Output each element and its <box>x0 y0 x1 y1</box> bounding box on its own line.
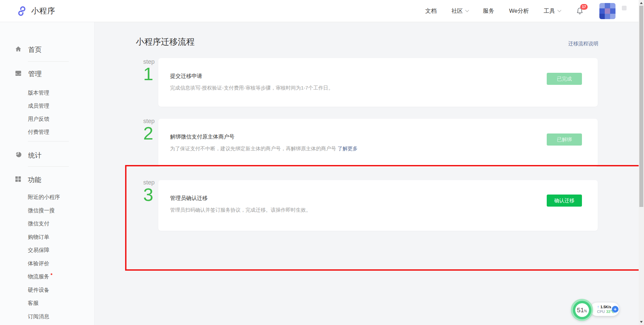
sidebar-item-customer-service[interactable]: 客服 <box>0 299 94 308</box>
top-nav: 文档 社区 服务 We分析 工具 17 <box>411 3 627 19</box>
sidebar-item-trade-guarantee[interactable]: 交易保障 <box>0 246 94 255</box>
learn-more-link[interactable]: 了解更多 <box>337 146 358 151</box>
step-2-desc: 为了保证支付不中断，建议先绑定新主体的商户号，再解绑原主体的商户号 了解更多 <box>170 146 598 152</box>
step-1-desc: 完成信息填写-授权验证-支付费用-审核等步骤，审核时间为1-7个工作日。 <box>170 85 598 91</box>
step-1-card: 提交迁移申请 完成信息填写-授权验证-支付费用-审核等步骤，审核时间为1-7个工… <box>158 58 598 107</box>
notifications-button[interactable]: 17 <box>576 7 584 15</box>
sidebar-item-hardware[interactable]: 硬件设备 <box>0 285 94 295</box>
sidebar-item-member-manage[interactable]: 成员管理 <box>0 101 94 111</box>
gauge-core: 51 % <box>575 303 589 317</box>
top-header: 小程序 文档 社区 服务 We分析 工具 17 <box>0 0 639 22</box>
red-dot-badge <box>51 273 52 275</box>
sidebar-item-subscribe-message[interactable]: 订阅消息 <box>0 312 94 321</box>
notification-badge: 17 <box>580 4 588 10</box>
step-1-title: 提交迁移申请 <box>170 73 598 80</box>
avatar-mini-square <box>622 6 627 10</box>
nav-item-tools[interactable]: 工具 <box>544 7 560 15</box>
step-3-card: 管理员确认迁移 管理员扫码确认并签订服务协议，完成迁移。该操作即时生效。 确认迁… <box>158 180 598 231</box>
gauge-percent-value: 51 <box>577 307 584 313</box>
app-logo[interactable]: 小程序 <box>16 5 55 17</box>
sidebar-divider <box>28 166 69 167</box>
step-2-title: 解绑微信支付原主体商户号 <box>170 133 598 141</box>
sidebar: 首页 管理 版本管理 成员管理 用户反馈 付费管理 统计 功能 附近的小程序 微… <box>0 22 95 325</box>
home-icon <box>15 46 21 53</box>
migration-help-link[interactable]: 迁移流程说明 <box>568 41 598 47</box>
sidebar-item-home[interactable]: 首页 <box>0 45 94 54</box>
sidebar-item-shopping-orders[interactable]: 购物订单 <box>0 232 94 242</box>
scrollbar-down-icon[interactable] <box>640 321 643 323</box>
gauge-percent-unit: % <box>584 309 587 313</box>
vertical-scrollbar <box>639 0 644 325</box>
step-2-card: 解绑微信支付原主体商户号 为了保证支付不中断，建议先绑定新主体的商户号，再解绑原… <box>158 119 598 167</box>
chevron-down-icon <box>465 8 469 12</box>
confirm-migration-button[interactable]: 确认迁移 <box>547 195 582 207</box>
sidebar-item-logistics[interactable]: 物流服务 <box>0 272 94 281</box>
bell-icon <box>576 10 584 16</box>
gauge-ring: 51 % <box>573 301 591 319</box>
logo-text: 小程序 <box>31 6 55 16</box>
sidebar-item-wechat-pay[interactable]: 微信支付 <box>0 219 94 228</box>
sidebar-item-paid-manage[interactable]: 付费管理 <box>0 127 94 137</box>
sidebar-item-version-manage[interactable]: 版本管理 <box>0 88 94 98</box>
scrollbar-thumb[interactable] <box>639 6 643 207</box>
avatar[interactable] <box>599 3 615 19</box>
sidebar-divider <box>28 61 69 62</box>
upload-arrow-icon: ↑ <box>597 305 599 309</box>
sidebar-divider <box>28 141 69 142</box>
net-speed-value: 1.5K/s <box>600 305 611 309</box>
sidebar-item-user-feedback[interactable]: 用户反馈 <box>0 114 94 124</box>
sidebar-item-experience-rating[interactable]: 体验评价 <box>0 259 94 268</box>
step-2-status-button: 已解绑 <box>547 133 582 146</box>
cpu-label: CPU <box>597 310 605 314</box>
sidebar-item-features[interactable]: 功能 <box>0 175 94 184</box>
miniprogram-logo-icon <box>16 5 28 17</box>
grid-icon <box>15 176 21 183</box>
nav-item-community[interactable]: 社区 <box>451 7 468 15</box>
step-3-desc: 管理员扫码确认并签订服务协议，完成迁移。该操作即时生效。 <box>170 207 598 213</box>
sidebar-item-statistics[interactable]: 统计 <box>0 151 94 160</box>
page-title: 小程序迁移流程 <box>136 36 195 47</box>
nav-item-weanalytics[interactable]: We分析 <box>509 7 529 15</box>
pie-chart-icon <box>15 152 21 159</box>
chevron-down-icon <box>557 8 561 12</box>
nav-item-docs[interactable]: 文档 <box>425 7 437 15</box>
main-content: 小程序迁移流程 迁移流程说明 step 1 提交迁移申请 完成信息填写-授权验证… <box>95 22 639 325</box>
nav-item-services[interactable]: 服务 <box>483 7 494 15</box>
step-3-title: 管理员确认迁移 <box>170 195 598 202</box>
step-1-status-button: 已完成 <box>547 73 582 85</box>
plus-icon[interactable]: + <box>612 306 619 313</box>
inbox-icon <box>15 70 21 77</box>
sidebar-item-manage[interactable]: 管理 <box>0 69 94 78</box>
memory-usage-gauge[interactable]: 51 % <box>571 299 593 321</box>
sidebar-item-search[interactable]: 微信搜一搜 <box>0 206 94 215</box>
sidebar-item-nearby[interactable]: 附近的小程序 <box>0 193 94 202</box>
scrollbar-up-icon[interactable] <box>640 2 643 4</box>
